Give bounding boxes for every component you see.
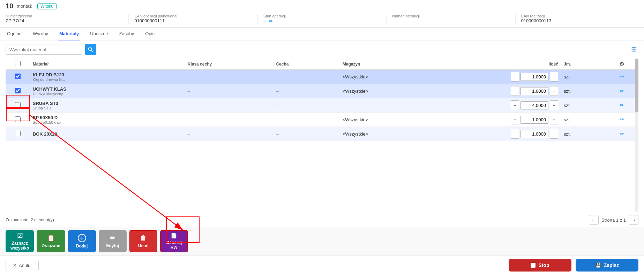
row-edit-icon-2[interactable]: ✏ xyxy=(620,88,624,94)
footer: ✕ Anuluj Stop 💾 Zapisz xyxy=(0,255,644,275)
row-edit-icon-3[interactable]: ✏ xyxy=(620,102,624,108)
klasa-2: – xyxy=(185,84,274,98)
mat-sub-1: Klej do drewna B... xyxy=(33,77,182,82)
save-label: Zapisz xyxy=(604,262,619,268)
tab-materialy[interactable]: Materiały xyxy=(58,28,80,40)
col-header-jm: Jm. xyxy=(561,59,605,70)
jm-1: szt. xyxy=(561,70,605,84)
col-header-material: Materiał xyxy=(30,59,185,70)
qty-input-3[interactable] xyxy=(521,101,548,109)
grid-view-icon[interactable]: ⊞ xyxy=(631,45,637,54)
qty-minus-1[interactable]: − xyxy=(511,72,519,82)
dodaj-button[interactable]: + Dodaj xyxy=(68,230,96,252)
cancel-button[interactable]: ✕ Anuluj xyxy=(6,260,39,271)
row-edit-icon-4[interactable]: ✏ xyxy=(620,116,624,122)
row-3-checkbox[interactable] xyxy=(15,102,21,108)
qty-input-5[interactable] xyxy=(521,130,548,138)
stan-operacji-label: Stan operacji xyxy=(263,14,381,18)
content-area: ⊞ Materiał Klasa cechy Cecha Magazyn Ilo… xyxy=(0,40,644,227)
qty-minus-2[interactable]: − xyxy=(511,86,519,96)
row-5-checkbox[interactable] xyxy=(15,131,21,136)
numer-instrukcji-label: Numer instrukcji xyxy=(392,14,509,18)
edytuj-button[interactable]: ✏ Edytuj xyxy=(99,230,127,252)
row-edit-icon-5[interactable]: ✏ xyxy=(620,131,624,137)
col-header-ilosc: Ilość xyxy=(439,59,561,70)
numer-zlecenia-value: ZP-77/24 xyxy=(6,18,123,23)
magazyn-4: <Wszystkie> xyxy=(340,113,439,127)
qty-minus-4[interactable]: − xyxy=(511,115,519,124)
klasa-5: – xyxy=(185,127,274,141)
col-header-actions: ⚙ xyxy=(605,59,638,70)
table-row: KLEJ DD B123 Klej do drewna B... – – <Ws… xyxy=(6,70,638,84)
mat-sub-4: Spód 50x50 dąb xyxy=(33,120,182,124)
scrollbar-track[interactable] xyxy=(635,59,638,212)
row-2-checkbox[interactable] xyxy=(15,88,21,93)
numer-zlecenia-field: Numer zlecenia ZP-77/24 xyxy=(6,14,129,24)
qty-input-1[interactable] xyxy=(521,73,548,81)
cancel-x-icon: ✕ xyxy=(13,263,17,268)
jm-2: szt. xyxy=(561,84,605,98)
tab-opis[interactable]: Opis xyxy=(144,28,156,40)
numer-zlecenia-label: Numer zlecenia xyxy=(6,14,123,18)
zwiazane-button[interactable]: 📋 Związane xyxy=(37,230,65,252)
select-all-checkbox[interactable] xyxy=(15,61,21,66)
info-bar: Numer zlecenia ZP-77/24 EAN operacji pla… xyxy=(0,11,644,28)
row-edit-icon-1[interactable]: ✏ xyxy=(620,74,624,79)
cecha-1: – xyxy=(273,70,339,84)
montaz-label: montaż xyxy=(17,3,32,9)
qty-plus-4[interactable]: + xyxy=(550,115,558,124)
tab-uboczne[interactable]: Uboczne xyxy=(89,28,109,40)
ean-realizacji-field: EAN realizacji 010000000113 xyxy=(521,14,638,24)
qty-plus-3[interactable]: + xyxy=(550,100,558,110)
qty-minus-5[interactable]: − xyxy=(511,129,519,139)
tab-zasoby[interactable]: Zasoby xyxy=(118,28,136,40)
klasa-4: – xyxy=(185,113,274,127)
ean-realizacji-label: EAN realizacji xyxy=(521,14,638,18)
tabs-bar: Ogólne Wyroby Materiały Uboczne Zasoby O… xyxy=(0,28,644,40)
search-row: ⊞ xyxy=(6,44,638,55)
col-header-magazyn: Magazyn xyxy=(340,59,439,70)
table-row: ŚRUBA ST3 Śruba ST3 – – − + xyxy=(6,98,638,113)
mat-name-2: UCHWYT KLAS xyxy=(33,86,182,92)
cancel-label: Anuluj xyxy=(19,263,31,268)
cecha-2: – xyxy=(273,84,339,98)
search-input[interactable] xyxy=(6,45,82,55)
tab-wyroby[interactable]: Wyroby xyxy=(31,28,50,40)
qty-minus-3[interactable]: − xyxy=(511,100,519,110)
search-button[interactable] xyxy=(85,44,96,55)
scrollbar-thumb[interactable] xyxy=(635,59,638,112)
qty-plus-1[interactable]: + xyxy=(550,72,558,82)
col-header-checkbox xyxy=(6,59,30,70)
save-button[interactable]: 💾 Zapisz xyxy=(576,259,638,272)
stan-operacji-value: – xyxy=(263,19,266,24)
settings-icon[interactable]: ⚙ xyxy=(619,61,624,67)
row-4-checkbox[interactable] xyxy=(15,116,21,122)
tab-ogolne[interactable]: Ogólne xyxy=(6,28,23,40)
page-prev-btn[interactable]: ← xyxy=(589,215,599,225)
table-wrapper: Materiał Klasa cechy Cecha Magazyn Ilość… xyxy=(6,59,638,212)
generuj-rw-button[interactable]: 📄 GenerujRW xyxy=(160,230,188,252)
mat-sub-3: Śruba ST3 xyxy=(33,106,182,110)
stan-edit-icon[interactable]: ✏ xyxy=(269,18,273,24)
action-bar: ☑ Zaznaczwszystko 📋 Związane + Dodaj ✏ E… xyxy=(0,227,644,255)
cecha-3: – xyxy=(273,98,339,113)
qty-plus-2[interactable]: + xyxy=(550,86,558,96)
col-header-klasa: Klasa cechy xyxy=(185,59,274,70)
top-bar: 10 montaż W toku xyxy=(0,0,644,11)
zaznacz-wszystko-button[interactable]: ☑ Zaznaczwszystko xyxy=(6,230,34,252)
status-badge: W toku xyxy=(37,3,57,9)
stop-button[interactable]: Stop xyxy=(509,259,571,272)
page-next-btn[interactable]: → xyxy=(629,215,638,225)
qty-input-4[interactable] xyxy=(521,116,548,124)
ean-realizacji-value: 010000000113 xyxy=(521,18,638,23)
qty-input-2[interactable] xyxy=(521,87,548,95)
table-row: UCHWYT KLAS Uchwyt klasyczny – – <Wszyst… xyxy=(6,84,638,98)
qty-plus-5[interactable]: + xyxy=(550,129,558,139)
usun-button[interactable]: 🗑 Usuń xyxy=(129,230,157,252)
order-number: 10 xyxy=(6,2,13,10)
mat-name-3: ŚRUBA ST3 xyxy=(33,101,182,106)
cecha-4: – xyxy=(273,113,339,127)
stan-operacji-field: Stan operacji – ✏ xyxy=(263,14,387,24)
row-1-checkbox[interactable] xyxy=(15,74,21,79)
magazyn-1: <Wszystkie> xyxy=(340,70,439,84)
